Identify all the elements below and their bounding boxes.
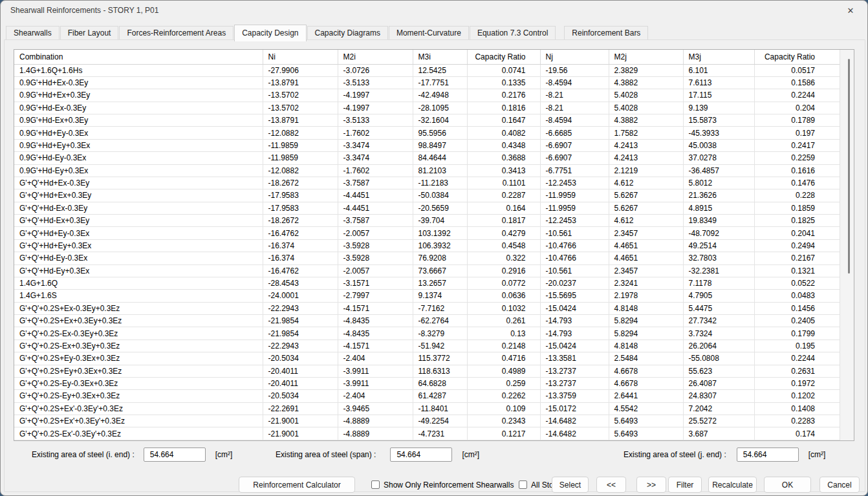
table-cell: 5.8012 — [683, 177, 754, 189]
checkbox-icon[interactable] — [371, 480, 380, 489]
table-cell: 4.6678 — [609, 365, 683, 377]
table-cell: -2.0057 — [338, 264, 413, 277]
table-row[interactable]: G'+Q'+0.2S+Ex'+0.3Ey'+0.3Ez-21.9001-4.88… — [14, 415, 840, 427]
steel-area-field-group: Existing area of steel (i. end) :[cm²] — [32, 447, 232, 462]
table-row[interactable]: G'+Q'+0.2S+Ex+0.3Ey+0.3Ez-21.9854-4.8435… — [14, 315, 840, 327]
table-row[interactable]: G'+Q'+0.2S-Ey-0.3Ex+0.3Ez-20.4011-3.9911… — [14, 377, 840, 389]
table-row[interactable]: G'+Q'+0.2S+Ey-0.3Ex+0.3Ez-20.5034-2.4041… — [14, 352, 840, 365]
column-header-ni[interactable]: Ni — [263, 50, 338, 64]
table-row[interactable]: 0.9G'+Hd-Ey-0.3Ex-11.9859-3.347484.46440… — [14, 152, 840, 164]
table-cell: -12.0882 — [263, 127, 338, 139]
table-cell: -3.5928 — [338, 239, 413, 252]
filter-button[interactable]: Filter — [668, 477, 702, 493]
table-row[interactable]: G'+Q'+0.2S-Ey+0.3Ex+0.3Ez-20.5034-2.4046… — [14, 390, 840, 402]
next-button[interactable]: >> — [636, 477, 666, 493]
table-row[interactable]: 1.4G+1.6Q-28.4543-3.157113.26570.0772-20… — [14, 277, 840, 289]
table-cell: -21.9854 — [263, 315, 338, 327]
select-button[interactable]: Select — [552, 477, 589, 493]
table-row[interactable]: G'+Q'+Hd+Ey-0.3Ex-16.4762-2.0057103.1392… — [14, 227, 840, 239]
table-row[interactable]: G'+Q'+Hd+Ex+0.3Ey-17.9583-4.4451-50.0384… — [14, 189, 840, 202]
column-header-m2i[interactable]: M2i — [338, 50, 413, 64]
reinforcement-calculator-button[interactable]: Reinforcement Calculator — [239, 477, 355, 493]
table-cell: 4.8915 — [683, 202, 754, 214]
table-row[interactable]: 0.9G'+Hd+Ex-0.3Ey-13.8791-3.5133-17.7751… — [14, 76, 840, 89]
table-cell: -16.4762 — [263, 227, 338, 239]
table-row[interactable]: G'+Q'+Hd+Ey+0.3Ex-16.374-3.5928106.39320… — [14, 239, 840, 252]
table-cell: -4.1997 — [338, 102, 413, 114]
vertical-scrollbar[interactable] — [840, 50, 854, 440]
checkbox-icon[interactable] — [519, 480, 527, 489]
table-cell: -2.404 — [338, 390, 413, 402]
close-icon: ✕ — [847, 6, 854, 16]
table-row[interactable]: G'+Q'+0.2S+Ey+0.3Ex+0.3Ez-20.4011-3.9911… — [14, 365, 840, 377]
table-row[interactable]: G'+Q'+Hd-Ex+0.3Ey-18.2672-3.7587-39.7040… — [14, 215, 840, 227]
table-cell: 115.3772 — [413, 352, 467, 365]
table-row[interactable]: 1.4G+1.6Q+1.6Hs-27.9906-3.072612.54250.0… — [14, 64, 840, 76]
table-row[interactable]: 0.9G'+Hd-Ex+0.3Ey-13.8791-3.5133-32.1604… — [14, 114, 840, 127]
table-row[interactable]: G'+Q'+0.2S-Ex'-0.3Ey'+0.3Ez-21.9001-4.88… — [14, 427, 840, 440]
table-row[interactable]: G'+Q'+Hd-Ey-0.3Ex-16.374-3.592876.92080.… — [14, 252, 840, 264]
table-cell: 0.259 — [467, 377, 540, 389]
column-header-capacity-ratio[interactable]: Capacity Ratio — [754, 50, 840, 64]
tab-forces-reinforcement-areas[interactable]: Forces-Reinforcement Areas — [119, 26, 233, 40]
table-cell: 5.4028 — [609, 102, 683, 114]
table-row[interactable]: 0.9G'+Hd+Ey-0.3Ex-12.0882-1.760295.59560… — [14, 127, 840, 139]
table-row[interactable]: 0.9G'+Hd+Ey+0.3Ex-11.9859-3.347498.84970… — [14, 139, 840, 151]
close-button[interactable]: ✕ — [836, 1, 865, 20]
unit-label: [cm²] — [808, 450, 826, 459]
tab-capacity-design[interactable]: Capacity Design — [234, 25, 306, 41]
table-row[interactable]: G'+Q'+0.2S+Ex-0.3Ey+0.3Ez-22.2943-4.1571… — [14, 302, 840, 314]
table-cell: G'+Q'+0.2S-Ey+0.3Ex+0.3Ez — [14, 390, 263, 402]
table-row[interactable]: G'+Q'+0.2S-Ex+0.3Ey+0.3Ez-22.2943-4.1571… — [14, 340, 840, 352]
table-row[interactable]: G'+Q'+0.2S+Ex'-0.3Ey'+0.3Ez-22.2691-3.94… — [14, 402, 840, 415]
table-row[interactable]: G'+Q'+0.2S-Ex-0.3Ey+0.3Ez-21.9854-4.8435… — [14, 327, 840, 340]
table-cell: -21.9854 — [263, 327, 338, 340]
table-row[interactable]: 1.4G+1.6S-24.0001-2.79979.13740.0636-15.… — [14, 290, 840, 302]
table-cell: 4.3882 — [609, 76, 683, 89]
table-row[interactable]: G'+Q'+Hd+Ex-0.3Ey-18.2672-3.7587-11.2183… — [14, 177, 840, 189]
recalculate-button[interactable]: Recalculate — [708, 477, 757, 493]
column-header-m3i[interactable]: M3i — [413, 50, 467, 64]
table-row[interactable]: G'+Q'+Hd-Ey+0.3Ex-16.4762-2.005773.66670… — [14, 264, 840, 277]
tab-reinforcement-bars[interactable]: Reinforcement Bars — [564, 26, 648, 40]
table-cell: -4.1571 — [338, 302, 413, 314]
steel-area-input[interactable] — [390, 447, 452, 462]
column-header-m3j[interactable]: M3j — [683, 50, 754, 64]
scrollbar-thumb[interactable] — [848, 59, 850, 274]
table-row[interactable]: 0.9G'+Hd-Ex-0.3Ey-13.5702-4.1997-28.1095… — [14, 102, 840, 114]
tab-shearwalls[interactable]: Shearwalls — [6, 26, 60, 40]
tab-moment-curvature[interactable]: Moment-Curvature — [389, 26, 469, 40]
table-cell: -6.6907 — [540, 152, 609, 164]
table-row[interactable]: 0.9G'+Hd+Ex+0.3Ey-13.5702-4.1997-42.4948… — [14, 89, 840, 102]
table-cell: G'+Q'+0.2S-Ex'-0.3Ey'+0.3Ez — [14, 427, 263, 440]
tab-fiber-layout[interactable]: Fiber Layout — [60, 26, 119, 40]
table-cell: G'+Q'+Hd+Ex+0.3Ey — [14, 189, 263, 202]
table-row[interactable]: G'+Q'+Hd-Ex-0.3Ey-17.9583-4.4451-20.5659… — [14, 202, 840, 214]
table-header-row: CombinationNiM2iM3iCapacity RatioNjM2jM3… — [14, 50, 840, 64]
table-row[interactable]: 0.9G'+Hd-Ey+0.3Ex-12.0882-1.760281.21030… — [14, 164, 840, 177]
table-cell: -32.2381 — [683, 264, 754, 277]
table-cell: -15.0424 — [540, 302, 609, 314]
table-cell: 4.4651 — [609, 239, 683, 252]
cancel-button[interactable]: Cancel — [819, 477, 860, 493]
table-cell: -3.9911 — [338, 377, 413, 389]
column-header-nj[interactable]: Nj — [540, 50, 609, 64]
tab-equation-7-3-control[interactable]: Equation 7.3 Control — [470, 26, 556, 40]
column-header-m2j[interactable]: M2j — [609, 50, 683, 64]
tab-capacity-diagrams[interactable]: Capacity Diagrams — [307, 26, 388, 40]
column-header-capacity-ratio[interactable]: Capacity Ratio — [467, 50, 540, 64]
table-cell: -8.21 — [540, 102, 609, 114]
table-cell: 45.0038 — [683, 139, 754, 151]
table-cell: -21.9001 — [263, 415, 338, 427]
prev-button[interactable]: << — [596, 477, 626, 493]
column-header-combination[interactable]: Combination — [14, 50, 263, 64]
table-cell: 0.228 — [754, 189, 840, 202]
table-cell: 0.4279 — [467, 227, 540, 239]
ok-button[interactable]: OK — [764, 477, 811, 493]
show-only-reinforcement-shearwalls-checkbox[interactable]: Show Only Reinforcement Shearwalls — [371, 477, 514, 493]
steel-area-input[interactable] — [144, 447, 206, 462]
table-cell: 81.2103 — [413, 164, 467, 177]
steel-area-input[interactable] — [737, 447, 799, 462]
table-cell: 4.4651 — [609, 252, 683, 264]
table-cell: -2.7997 — [338, 290, 413, 302]
